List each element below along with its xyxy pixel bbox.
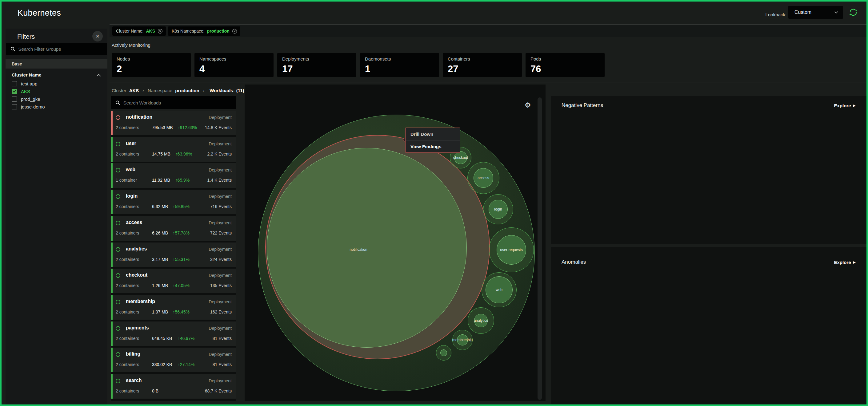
workload-name: membership: [126, 299, 155, 304]
gear-icon[interactable]: ⚙: [525, 101, 531, 109]
remove-chip-icon[interactable]: [232, 29, 237, 34]
filter-chip[interactable]: Cluster Name: AKS: [112, 27, 166, 36]
explore-button[interactable]: Explore▶: [834, 103, 856, 108]
workload-row-billing[interactable]: billingDeployment2 containers330.02 KB81…: [111, 348, 236, 372]
workload-containers: 2 containers: [116, 204, 139, 209]
workload-delta: ↑27.14%: [178, 362, 194, 367]
breadcrumb-value: (11): [236, 88, 244, 93]
monitoring-card-namespaces[interactable]: Namespaces4: [194, 53, 274, 77]
filter-groups-search[interactable]: [6, 43, 107, 55]
breadcrumb-segment[interactable]: Namespace:production: [148, 88, 199, 93]
workload-events: 14.8 K Events: [205, 125, 232, 130]
monitoring-card-containers[interactable]: Containers27: [443, 53, 522, 77]
checkbox[interactable]: [12, 97, 17, 102]
satellite-bubble-small[interactable]: [440, 349, 447, 356]
filter-option-AKS[interactable]: AKS: [12, 88, 30, 95]
close-icon[interactable]: ✕: [92, 31, 103, 41]
lookback-select[interactable]: Custom: [788, 6, 843, 19]
workload-search[interactable]: [111, 96, 236, 109]
workload-delta: ↑65.9%: [175, 178, 190, 182]
workload-containers: 2 containers: [116, 362, 139, 367]
refresh-icon[interactable]: [848, 8, 858, 18]
workload-name: login: [126, 193, 137, 199]
status-bar: [111, 269, 113, 293]
search-input[interactable]: [123, 100, 232, 105]
workload-row-search[interactable]: searchDeployment2 containers0 B68.7 K Ev…: [111, 374, 236, 399]
monitoring-card-daemonsets[interactable]: Daemonsets1: [360, 53, 439, 77]
workload-delta: ↑55.31%: [173, 257, 189, 262]
explore-button[interactable]: Explore▶: [834, 260, 856, 265]
map-scrollbar[interactable]: [537, 97, 542, 400]
workload-type: Deployment: [209, 115, 232, 120]
filter-section-base[interactable]: Base: [5, 59, 107, 69]
chip-label: K8s Namespace:: [172, 29, 205, 34]
filter-option-prod_gke[interactable]: prod_gke: [12, 96, 40, 103]
workload-type: Deployment: [209, 221, 232, 225]
status-ring-icon: [116, 273, 120, 278]
lookback-label: Lookback:: [766, 12, 786, 18]
remove-chip-icon[interactable]: [158, 29, 163, 34]
breadcrumb-label: Namespace:: [148, 88, 174, 93]
workload-list: notificationDeployment2 containers795.53…: [111, 111, 236, 401]
bubble-label: login: [494, 207, 502, 211]
bubble-label: user-requests: [500, 248, 523, 252]
workload-row-checkout[interactable]: checkoutDeployment2 containers1.26 MB135…: [111, 269, 236, 293]
chevron-up-icon[interactable]: [96, 73, 101, 77]
bubble-label: web: [496, 288, 502, 292]
workload-name: billing: [126, 351, 140, 357]
workload-type: Deployment: [209, 141, 232, 146]
search-input[interactable]: [19, 46, 102, 52]
monitoring-card-nodes[interactable]: Nodes2: [112, 53, 191, 77]
breadcrumb-segment[interactable]: Cluster:AKS: [112, 88, 139, 93]
card-label: Daemonsets: [365, 56, 391, 62]
bubble-label: checkout: [453, 156, 468, 160]
workload-events: 2.2 K Events: [207, 151, 232, 157]
filter-chip[interactable]: K8s Namespace: production: [168, 27, 240, 36]
workload-type: Deployment: [209, 378, 232, 383]
monitoring-card-pods[interactable]: Pods76: [526, 53, 604, 77]
caret-right-icon: ▶: [853, 260, 856, 264]
status-ring-icon: [116, 352, 120, 357]
monitoring-card-deployments[interactable]: Deployments17: [277, 53, 356, 77]
workload-size: 11.92 MB: [152, 178, 170, 182]
status-bar: [111, 137, 113, 162]
breadcrumb-segment[interactable]: Workloads:(11): [208, 88, 244, 93]
bubble-label: membership: [452, 338, 473, 342]
card-value: 76: [530, 64, 541, 75]
checkbox[interactable]: [12, 89, 17, 94]
checkbox[interactable]: [12, 104, 17, 109]
workload-events: 722 Events: [210, 231, 232, 235]
filter-group-cluster-name[interactable]: Cluster Name: [12, 72, 41, 77]
status-bar: [111, 163, 113, 188]
workload-row-access[interactable]: accessDeployment2 containers6.26 MB722 E…: [111, 216, 236, 241]
explore-label: Explore: [834, 260, 851, 265]
checkbox[interactable]: [12, 81, 17, 87]
workload-type: Deployment: [209, 273, 232, 278]
workload-type: Deployment: [209, 247, 232, 252]
workload-containers: 2 containers: [116, 336, 139, 341]
workload-row-login[interactable]: loginDeployment2 containers6.32 MB716 Ev…: [111, 190, 236, 214]
card-label: Deployments: [282, 56, 309, 62]
workload-size: 795.53 MB: [152, 125, 173, 130]
chip-value: AKS: [146, 29, 155, 34]
workload-row-user[interactable]: userDeployment2 containers14.75 MB2.2 K …: [111, 137, 236, 162]
workload-row-notification[interactable]: notificationDeployment2 containers795.53…: [111, 111, 236, 135]
workload-size: 648.45 KB: [152, 336, 172, 341]
workload-row-web[interactable]: webDeployment1 container11.92 MB1.4 K Ev…: [111, 163, 236, 188]
workload-row-payments[interactable]: paymentsDeployment2 containers648.45 KB8…: [111, 322, 236, 346]
context-menu-item-view-findings[interactable]: View Findings: [406, 140, 460, 153]
workload-size: 3.17 MB: [152, 257, 168, 262]
workload-type: Deployment: [209, 194, 232, 199]
monitoring-title: Actively Monitoring: [112, 42, 151, 48]
workload-row-membership[interactable]: membershipDeployment2 containers1.07 MB1…: [111, 295, 236, 319]
filter-option-test-app[interactable]: test app: [12, 80, 37, 87]
context-menu-item-drill-down[interactable]: Drill Down: [406, 128, 460, 140]
filter-option-jesse-demo[interactable]: jesse-demo: [12, 104, 45, 110]
workload-row-analytics[interactable]: analyticsDeployment2 containers3.17 MB32…: [111, 242, 236, 267]
breadcrumb-value: production: [175, 88, 199, 93]
workload-events: 135 Events: [210, 283, 232, 288]
workload-containers: 2 containers: [116, 151, 139, 157]
workload-delta: ↑912.63%: [178, 125, 197, 130]
status-ring-icon: [116, 142, 120, 146]
workload-containers: 2 containers: [116, 388, 139, 394]
